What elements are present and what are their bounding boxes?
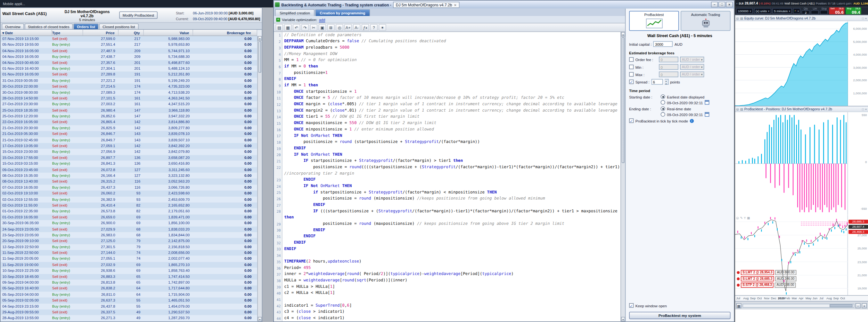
order-fee-checkbox[interactable]: [629, 57, 633, 62]
column-header-date[interactable]: ▾ Date: [1, 30, 52, 35]
order-fee-unit-select[interactable]: AUD / order▾: [680, 57, 704, 62]
spread-input[interactable]: [651, 79, 663, 85]
scroll-down-icon[interactable]: ▼: [258, 317, 262, 321]
max-fee-checkbox[interactable]: [629, 72, 633, 76]
table-row[interactable]: 02-Oct-2019 12:55:00Buy (entry)26,382.99…: [1, 196, 257, 203]
spread-stepper[interactable]: ▴▾: [664, 79, 669, 85]
qty-input[interactable]: 2: [802, 10, 810, 14]
custom-start-date-radio[interactable]: [660, 100, 665, 105]
modify-probacktest-button[interactable]: Modify ProBacktest: [119, 11, 158, 19]
realtime-date-radio[interactable]: [660, 106, 665, 111]
editor-scrollbar[interactable]: ▲ ▼: [620, 32, 625, 321]
table-row[interactable]: 01-Oct-2019 22:35:00Buy (entry)26,573.88…: [1, 209, 257, 215]
menu-item-mobile-applications[interactable]: Mobile appli...: [3, 2, 25, 6]
min-fee-checkbox[interactable]: [629, 65, 633, 69]
initial-capital-input[interactable]: [653, 41, 673, 47]
table-row[interactable]: 09-Oct-2019 23:45:00Sell (exit)26,072.81…: [1, 167, 257, 173]
table-row[interactable]: 21-Oct-2019 20:30:00Buy (entry)26,825.91…: [1, 125, 257, 131]
min-fee-input[interactable]: [659, 64, 678, 70]
print-icon[interactable]: ▦: [284, 24, 291, 31]
paste-icon[interactable]: ⊞: [327, 24, 334, 31]
table-row[interactable]: 11-Sep-2019 20:05:00Buy (entry)27,055.17…: [1, 256, 257, 262]
font-increase-icon[interactable]: A+: [344, 24, 352, 31]
run-probacktest-button[interactable]: ProBacktest my system: [629, 312, 731, 319]
column-header-price[interactable]: Price: [83, 30, 119, 35]
units-dropdown[interactable]: (x) units▾: [754, 8, 771, 14]
table-row[interactable]: 07-Nov-2019 13:15:00Sell (exit)27,599.02…: [1, 36, 257, 42]
tab-automatic-trading[interactable]: Automatic Trading: [681, 11, 731, 31]
stop-input[interactable]: [820, 10, 828, 14]
hint-icon[interactable]: ✶: [379, 24, 386, 31]
table-row[interactable]: 30-Oct-2019 08:00:00Buy (entry)27,089.31…: [1, 90, 257, 96]
table-row[interactable]: 21-Oct-2019 05:30:00Sell (exit)26,846.71…: [1, 131, 257, 137]
table-row[interactable]: 07-Oct-2019 16:05:00Buy (entry)26,437.31…: [1, 184, 257, 190]
cut-icon[interactable]: ✂: [310, 24, 317, 31]
scrollbar-thumb[interactable]: [258, 41, 261, 73]
table-row[interactable]: 01-Nov-2019 16:40:00Buy (entry)27,304.12…: [1, 66, 257, 72]
table-row[interactable]: 04-Sep-2019 23:15:00Buy (entry)26,437.85…: [1, 303, 257, 310]
scrollbar-thumb[interactable]: [622, 37, 625, 163]
keep-window-checkbox[interactable]: [629, 303, 633, 308]
column-header-qty[interactable]: Qty: [119, 30, 144, 35]
table-row[interactable]: 30-Oct-2019 22:00:00Sell (exit)27,214.51…: [1, 83, 257, 90]
tab-probacktest[interactable]: ProBacktest: [629, 11, 679, 31]
max-fee-unit-select[interactable]: AUD / order▾: [680, 72, 704, 77]
column-header-value[interactable]: Value: [144, 30, 193, 35]
settings-icon[interactable]: ▤: [740, 16, 743, 20]
table-row[interactable]: 04-Nov-2019 00:45:00Sell (exit)27,357.62…: [1, 60, 257, 66]
table-row[interactable]: 29-Aug-2019 09:55:00Sell (exit)26,337.54…: [1, 310, 257, 316]
scroll-up-icon[interactable]: ▲: [621, 32, 625, 36]
table-row[interactable]: 15-Oct-2019 23:00:00Buy (entry)27,056.91…: [1, 149, 257, 155]
timeframe-dropdown[interactable]: 5 minutes▾: [772, 8, 792, 14]
positions-table-scrollbar[interactable]: ▲ ▼: [257, 36, 262, 322]
column-header-brokerage-fee[interactable]: Brokerage fee: [193, 30, 257, 35]
order-fee-input[interactable]: [659, 57, 678, 62]
settings-icon[interactable]: ▤: [740, 107, 743, 111]
close-tab-icon[interactable]: ✕: [454, 3, 457, 7]
zoom-out-icon[interactable]: −: [856, 303, 861, 308]
symbol-label[interactable]: DJI: [739, 2, 743, 5]
table-row[interactable]: 05-Sep-2019 02:05:00Sell (exit)26,637.35…: [1, 298, 257, 304]
table-row[interactable]: 24-Sep-2019 23:05:00Sell (exit)27,029.96…: [1, 226, 257, 232]
table-row[interactable]: 04-Nov-2019 16:05:00Sell (exit)27,487.92…: [1, 48, 257, 54]
equity-chart[interactable]: 6,000,0005,000,0004,000,0003,000,0002,00…: [735, 21, 868, 106]
add-variable-link[interactable]: add: [319, 17, 325, 22]
zoom-track[interactable]: [742, 303, 854, 308]
table-row[interactable]: 11-Sep-2019 19:00:00Sell (exit)27,032.96…: [1, 262, 257, 268]
table-row[interactable]: 28-Aug-2019 13:55:00Buy (entry)26,271.34…: [1, 315, 257, 321]
table-row[interactable]: 10-Sep-2019 18:45:00Sell (exit)26,883.36…: [1, 274, 257, 280]
positions-chart[interactable]: 5500-550: [735, 112, 868, 215]
font-decrease-icon[interactable]: A-: [353, 24, 360, 31]
chart-style-dropdown[interactable]: ▾: [793, 8, 800, 14]
save-icon[interactable]: ▤: [275, 24, 283, 31]
table-row[interactable]: 01-Oct-2019 16:05:00Sell (exit)26,659.06…: [1, 214, 257, 220]
chevron-down-icon[interactable]: ▾: [736, 2, 738, 5]
minimize-icon[interactable]: –: [711, 2, 718, 7]
table-row[interactable]: 08-Oct-2019 13:40:00Sell (exit)26,315.21…: [1, 179, 257, 185]
table-row[interactable]: 10-Sep-2019 22:25:00Buy (entry)26,938.66…: [1, 268, 257, 274]
close-icon[interactable]: ×: [865, 107, 867, 111]
table-row[interactable]: 05-Nov-2019 19:55:00Buy (entry)27,551.42…: [1, 42, 257, 48]
tab-creation-by-programming[interactable]: Creation by programming: [315, 9, 370, 16]
table-row[interactable]: 30-Sep-2019 06:35:00Buy (entry)26,900.06…: [1, 220, 257, 226]
custom-end-date-radio[interactable]: [660, 112, 665, 117]
positions-bars-svg[interactable]: [735, 112, 848, 215]
table-row[interactable]: 22-Oct-2019 16:05:00Sell (exit)26,865.41…: [1, 119, 257, 126]
copy-icon[interactable]: ▣: [319, 24, 326, 31]
calendar-icon[interactable]: ▦: [736, 303, 742, 308]
close-icon[interactable]: ×: [865, 16, 867, 20]
tab-statistics-of-closed-trades[interactable]: Statistics of closed trades: [24, 23, 73, 29]
calendar-icon[interactable]: [705, 100, 709, 105]
buy-button[interactable]: Buy28,6 09.4: [846, 7, 861, 14]
maximize-icon[interactable]: □: [718, 2, 725, 7]
table-row[interactable]: 23-Sep-2019 23:05:00Buy (entry)26,983.06…: [1, 232, 257, 238]
table-row[interactable]: 27-Oct-2019 23:30:00Buy (entry)27,003.21…: [1, 101, 257, 107]
price-series-svg[interactable]: [735, 215, 848, 295]
quantity-dropdown[interactable]: 100000▾: [736, 8, 753, 14]
editor-title-bar[interactable]: Backtesting & Automatic Trading - Tradin…: [274, 1, 734, 9]
redo-icon[interactable]: ↷: [301, 24, 309, 31]
table-row[interactable]: 01-Nov-2019 16:05:00Sell (exit)27,289.81…: [1, 72, 257, 78]
table-row[interactable]: 31-Oct-2019 00:05:00Buy (entry)27,221.21…: [1, 78, 257, 84]
scroll-up-icon[interactable]: ▲: [258, 36, 262, 41]
table-row[interactable]: 25-Oct-2019 12:20:00Buy (entry)26,852.61…: [1, 113, 257, 119]
